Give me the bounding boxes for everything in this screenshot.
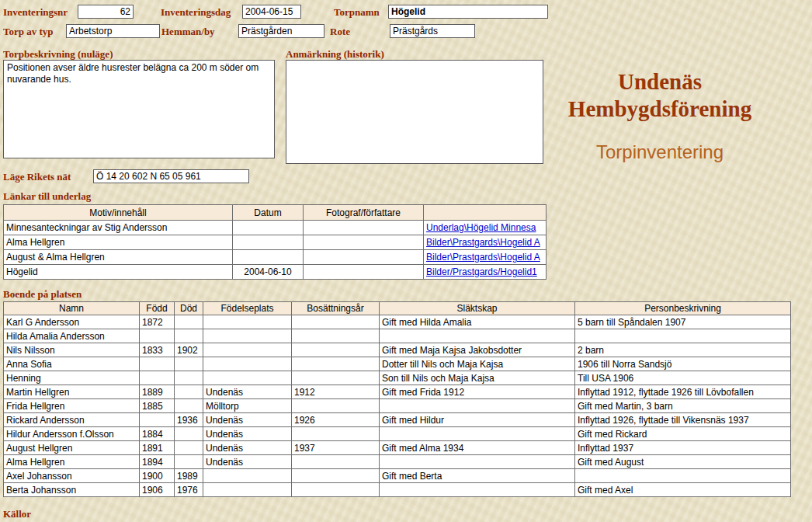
torpbeskrivning-textarea[interactable]: Positionen avser äldre husrester belägna…: [3, 60, 275, 158]
links-col-header: Datum: [233, 205, 304, 221]
anmarkning-label: Anmärkning (historik): [286, 48, 384, 61]
residents-table-body: Karl G Andersson1872Gift med Hilda Amali…: [4, 315, 791, 497]
residents-cell: Mölltorp: [203, 399, 292, 413]
residents-cell: [203, 469, 292, 483]
residents-table-row: Anna SofiaDotter till Nils och Maja Kajs…: [4, 357, 791, 371]
residents-cell: Henning: [4, 371, 140, 385]
residents-cell: Gift med Hildur: [380, 413, 575, 427]
underlag-link[interactable]: Bilder/Prastgards/Hogelid1: [426, 266, 537, 277]
residents-cell: 1976: [175, 483, 203, 497]
residents-col-header: Födelseplats: [203, 302, 292, 315]
rote-input[interactable]: [390, 24, 475, 38]
residents-table: NamnFöddDödFödelseplatsBosättningsårSläk…: [3, 301, 791, 497]
residents-table-row: Hildur Andersson f.Olsson1884UndenäsGift…: [4, 427, 791, 441]
residents-cell: Undenäs: [203, 413, 292, 427]
kallor-label: Källor: [3, 508, 31, 520]
links-cell-link: Bilder/Prastgards/Hogelid1: [424, 265, 547, 280]
links-col-header: Motiv/innehåll: [4, 205, 233, 221]
residents-cell: Gift med August: [575, 455, 791, 469]
underlag-link[interactable]: Bilder\Prastgards\Hogelid A: [426, 237, 540, 248]
residents-cell: [292, 315, 380, 329]
rote-label: Rote: [330, 26, 350, 38]
underlag-link[interactable]: Bilder\Prastgards\Hogelid A: [426, 252, 540, 263]
links-cell-motiv: Högelid: [4, 265, 233, 280]
residents-cell: [292, 469, 380, 483]
residents-cell: Karl G Andersson: [4, 315, 140, 329]
residents-cell: [292, 357, 380, 371]
residents-cell: Gift med Martin, 3 barn: [575, 399, 791, 413]
residents-col-header: Bosättningsår: [292, 302, 380, 315]
residents-cell: [175, 441, 203, 455]
links-cell-motiv: August & Alma Hellgren: [4, 250, 233, 265]
torpnamn-label: Torpnamn: [334, 6, 380, 19]
torp-av-typ-input[interactable]: [66, 24, 160, 38]
residents-cell: [292, 399, 380, 413]
residents-cell: Inflyttad 1937: [575, 441, 791, 455]
underlag-link[interactable]: Underlag\Högelid Minnesa: [426, 222, 536, 233]
residents-cell: [575, 329, 791, 343]
residents-cell: [175, 371, 203, 385]
residents-cell: [140, 329, 175, 343]
residents-cell: Undenäs: [203, 441, 292, 455]
lage-input[interactable]: [93, 169, 249, 183]
residents-table-row: Martin Hellgren1889Undenäs1912Gift med F…: [4, 385, 791, 399]
links-table-head-row: Motiv/innehållDatumFotograf/författare: [4, 205, 547, 221]
residents-cell: Dotter till Nils och Maja Kajsa: [380, 357, 575, 371]
residents-cell: 1872: [140, 315, 175, 329]
torpnamn-input[interactable]: [388, 5, 548, 19]
residents-cell: [175, 315, 203, 329]
residents-section-title: Boende på platsen: [3, 288, 82, 301]
residents-cell: [175, 385, 203, 399]
residents-table-row: Alma Hellgren1894UndenäsGift med August: [4, 455, 791, 469]
links-cell-motiv: Minnesanteckningar av Stig Andersson: [4, 221, 233, 235]
residents-cell: [175, 455, 203, 469]
torpinventering-page: Inventeringsnr Inventeringsdag Torpnamn …: [0, 0, 812, 522]
residents-cell: 1900: [140, 469, 175, 483]
residents-cell: 1884: [140, 427, 175, 441]
residents-cell: Alma Hellgren: [4, 455, 140, 469]
residents-cell: [203, 371, 292, 385]
hemman-by-input[interactable]: [238, 24, 324, 38]
residents-cell: Gift med Berta: [380, 469, 575, 483]
residents-cell: 1891: [140, 441, 175, 455]
residents-cell: 1906 till Norra Sandsjö: [575, 357, 791, 371]
torp-av-typ-label: Torp av typ: [3, 26, 54, 38]
residents-cell: Hilda Amalia Andersson: [4, 329, 140, 343]
residents-cell: [292, 483, 380, 497]
residents-table-row: Rickard Andersson1936Undenäs1926Gift med…: [4, 413, 791, 427]
residents-cell: [292, 427, 380, 441]
hemman-by-label: Hemman/by: [161, 26, 215, 38]
residents-cell: [203, 329, 292, 343]
residents-table-row: Frida Hellgren1885MölltorpGift med Marti…: [4, 399, 791, 413]
residents-cell: [292, 371, 380, 385]
lage-label: Läge Rikets nät: [3, 171, 71, 183]
residents-cell: 1885: [140, 399, 175, 413]
residents-cell: August Hellgren: [4, 441, 140, 455]
residents-cell: 1937: [292, 441, 380, 455]
residents-cell: Gift med Alma 1934: [380, 441, 575, 455]
residents-cell: Son till Nils och Maja Kajsa: [380, 371, 575, 385]
inventeringsdag-label: Inventeringsdag: [161, 6, 231, 19]
inventeringsdag-input[interactable]: [242, 5, 301, 19]
links-table-row: Högelid2004-06-10Bilder/Prastgards/Hogel…: [4, 265, 547, 280]
residents-cell: [203, 483, 292, 497]
residents-cell: Gift med Axel: [575, 483, 791, 497]
residents-table-row: August Hellgren1891Undenäs1937Gift med A…: [4, 441, 791, 455]
residents-cell: 1833: [140, 343, 175, 357]
residents-cell: [140, 371, 175, 385]
residents-cell: [292, 329, 380, 343]
residents-col-header: Personbeskrivning: [575, 302, 791, 315]
links-cell-fotograf: [304, 235, 424, 250]
inventeringsnr-input[interactable]: [78, 5, 134, 19]
residents-cell: 1906: [140, 483, 175, 497]
residents-cell: [203, 357, 292, 371]
residents-cell: 1894: [140, 455, 175, 469]
branding-block: Undenäs Hembygdsförening Torpinventering: [543, 68, 776, 163]
links-cell-datum: [233, 221, 304, 235]
links-col-header: [424, 205, 547, 221]
residents-cell: Inflyttad 1912, flyttade 1926 till Lövbo…: [575, 385, 791, 399]
residents-table-row: Hilda Amalia Andersson: [4, 329, 791, 343]
anmarkning-textarea[interactable]: [286, 60, 543, 164]
links-cell-link: Bilder\Prastgards\Hogelid A: [424, 250, 547, 265]
residents-cell: [203, 343, 292, 357]
